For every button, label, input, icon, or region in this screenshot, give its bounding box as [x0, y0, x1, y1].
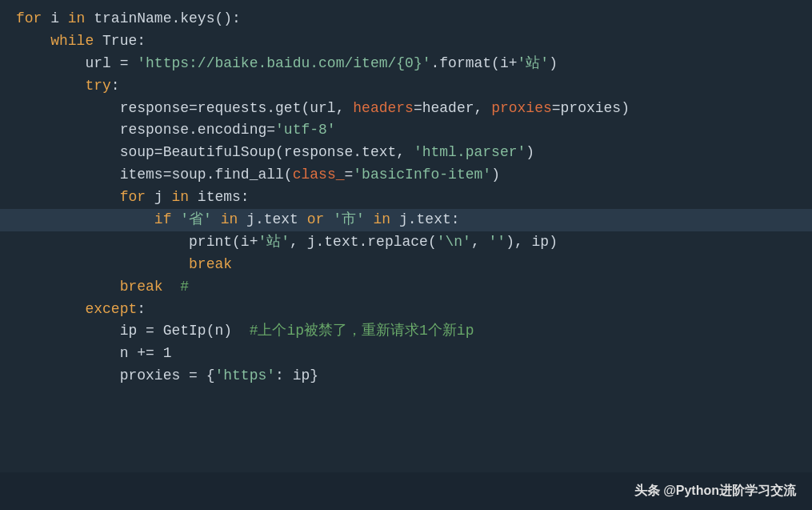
code-line: for j in items: — [0, 187, 812, 209]
code-line: break — [0, 254, 812, 276]
code-line: items=soup.find_all(class_='basicInfo-it… — [0, 164, 812, 187]
code-line: url = 'https://baike.baidu.com/item/{0}'… — [0, 53, 812, 75]
code-line: except: — [0, 299, 812, 321]
code-line: ip = GetIp(n) #上个ip被禁了，重新请求1个新ip — [0, 320, 812, 343]
code-line: break # — [0, 276, 812, 299]
code-line: if '省' in j.text or '市' in j.text: — [0, 209, 812, 231]
footer-bar: 头条 @Python进阶学习交流 — [0, 472, 812, 510]
footer-text: 头条 @Python进阶学习交流 — [634, 481, 796, 501]
code-line: proxies = {'https': ip} — [0, 365, 812, 388]
code-line: n += 1 — [0, 343, 812, 365]
code-line: print(i+'站', j.text.replace('\n', ''), i… — [0, 231, 812, 254]
code-line: for i in trainName.keys(): — [0, 8, 812, 30]
code-line: response.encoding='utf-8' — [0, 119, 812, 142]
code-line: while True: — [0, 30, 812, 53]
code-editor: for i in trainName.keys(): while True: u… — [0, 0, 812, 472]
code-line: response=requests.get(url, headers=heade… — [0, 98, 812, 120]
code-line: soup=BeautifulSoup(response.text, 'html.… — [0, 142, 812, 164]
code-line: try: — [0, 75, 812, 98]
